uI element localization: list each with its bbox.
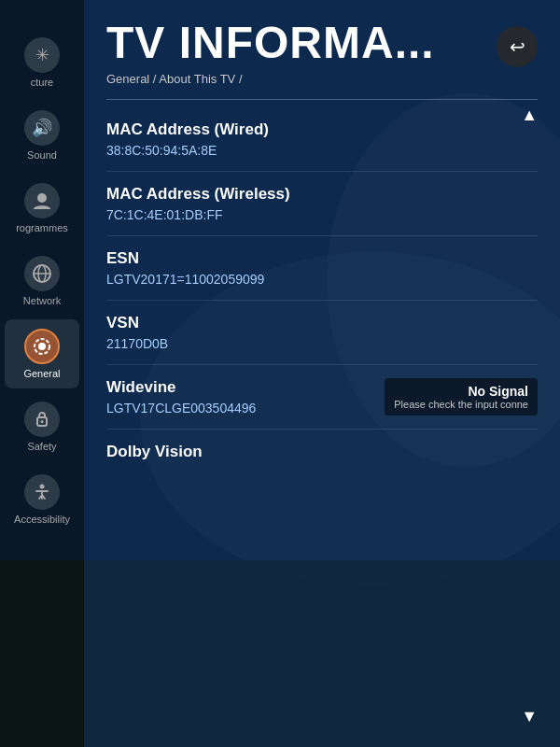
header-row: TV INFORMA... ↩ xyxy=(106,19,538,68)
dolby-vision-label: Dolby Vision xyxy=(106,443,538,461)
info-item-mac-wireless: MAC Address (Wireless) 7C:1C:4E:01:DB:FF xyxy=(106,172,538,236)
scroll-down-button[interactable]: ▼ xyxy=(521,701,538,732)
info-item-dolby-vision: Dolby Vision xyxy=(106,430,538,478)
sidebar-item-network[interactable]: Network xyxy=(5,247,79,316)
sidebar-item-accessibility[interactable]: Accessibility xyxy=(5,465,79,534)
sidebar-item-label: Safety xyxy=(27,441,56,452)
info-item-vsn: VSN 21170D0B xyxy=(106,301,538,365)
svg-point-8 xyxy=(40,485,45,489)
sound-icon: 🔊 xyxy=(24,110,60,146)
scroll-area: ▲ MAC Address (Wired) 38:8C:50:94:5A:8E … xyxy=(106,100,538,732)
no-signal-title: No Signal xyxy=(394,384,528,399)
vsn-value: 21170D0B xyxy=(106,336,538,351)
mac-wired-label: MAC Address (Wired) xyxy=(106,120,538,139)
safety-icon xyxy=(24,402,60,437)
mac-wireless-value: 7C:1C:4E:01:DB:FF xyxy=(106,207,538,222)
info-item-widevine: Widevine LGTV17CLGE003504496 No Signal P… xyxy=(106,365,538,430)
widevine-row: Widevine LGTV17CLGE003504496 No Signal P… xyxy=(106,378,538,416)
esn-label: ESN xyxy=(106,249,538,268)
no-signal-box: No Signal Please check the input conne xyxy=(385,378,538,416)
sidebar-item-label: Sound xyxy=(27,149,57,161)
vsn-label: VSN xyxy=(106,314,538,332)
scroll-up-button[interactable]: ▲ xyxy=(521,100,538,131)
esn-value: LGTV20171=11002059099 xyxy=(106,272,538,287)
sidebar-item-label: rogrammes xyxy=(16,222,68,233)
main-panel: TV INFORMA... ↩ General / About This TV … xyxy=(84,0,560,747)
widevine-left: Widevine LGTV17CLGE003504496 xyxy=(106,378,256,416)
svg-point-4 xyxy=(38,343,46,350)
sidebar-item-sound[interactable]: 🔊 Sound xyxy=(5,101,79,170)
programmes-icon xyxy=(24,183,60,218)
info-list: MAC Address (Wired) 38:8C:50:94:5A:8E MA… xyxy=(106,100,538,478)
mac-wireless-label: MAC Address (Wireless) xyxy=(106,185,538,204)
mac-wired-value: 38:8C:50:94:5A:8E xyxy=(106,143,538,158)
sidebar: ✳ cture 🔊 Sound rogrammes xyxy=(0,0,84,747)
svg-point-7 xyxy=(41,420,44,423)
sidebar-item-label: Accessibility xyxy=(14,514,70,525)
widevine-value: LGTV17CLGE003504496 xyxy=(106,401,256,416)
no-signal-desc: Please check the input conne xyxy=(394,399,528,410)
sidebar-item-label: cture xyxy=(31,77,53,88)
general-icon xyxy=(24,329,60,364)
network-icon xyxy=(24,256,60,291)
page-title: TV INFORMA... xyxy=(106,19,435,68)
picture-icon: ✳ xyxy=(24,37,60,73)
svg-point-0 xyxy=(37,193,47,203)
accessibility-icon xyxy=(24,474,60,510)
sidebar-item-programmes[interactable]: rogrammes xyxy=(5,174,79,243)
info-item-esn: ESN LGTV20171=11002059099 xyxy=(106,236,538,301)
back-button[interactable]: ↩ xyxy=(497,26,538,67)
info-item-mac-wired: MAC Address (Wired) 38:8C:50:94:5A:8E xyxy=(106,107,538,172)
widevine-label: Widevine xyxy=(106,378,256,397)
breadcrumb: General / About This TV / xyxy=(106,72,538,86)
sidebar-item-safety[interactable]: Safety xyxy=(5,392,79,461)
sidebar-item-general[interactable]: General xyxy=(5,319,79,388)
sidebar-item-label: Network xyxy=(23,295,61,306)
sidebar-item-picture[interactable]: ✳ cture xyxy=(5,28,79,97)
sidebar-item-label: General xyxy=(23,368,60,379)
